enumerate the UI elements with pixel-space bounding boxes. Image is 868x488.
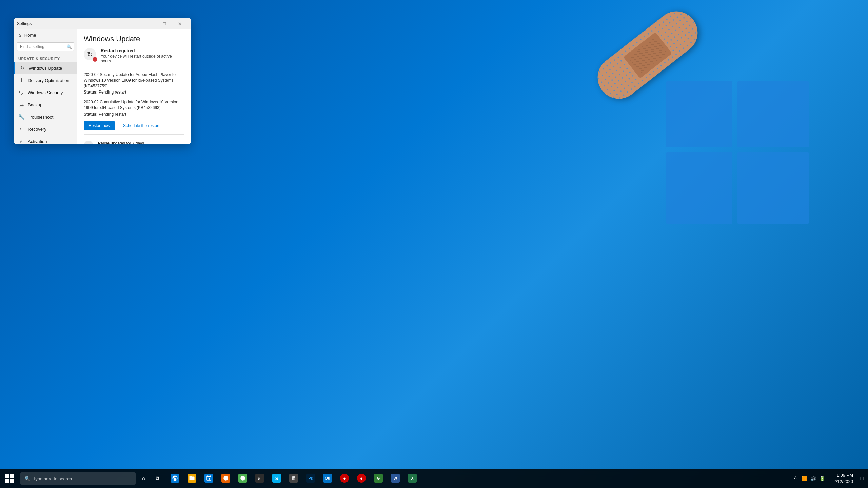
taskbar-app-chrome[interactable]	[235, 470, 251, 487]
restart-required-heading: Restart required	[101, 48, 184, 53]
chrome-icon	[238, 474, 247, 483]
update-2-status-label: Status:	[84, 112, 98, 117]
maximize-button[interactable]: □	[157, 18, 172, 29]
taskbar: 🔍 Type here to search ○ ⧉	[0, 469, 868, 488]
sidebar-item-delivery-optimization[interactable]: ⬇ Delivery Optimization	[14, 74, 77, 86]
svg-point-8	[223, 476, 228, 481]
clock-time: 1:09 PM	[833, 472, 853, 479]
schedule-restart-button[interactable]: Schedule the restart	[118, 121, 164, 130]
update-1-status-label: Status:	[84, 90, 98, 95]
svg-rect-0	[666, 81, 732, 147]
sidebar-item-activation[interactable]: ✓ Activation	[14, 135, 77, 144]
update-item-1: 2020-02 Security Update for Adobe Flash …	[84, 72, 184, 95]
outlook-icon: Ou	[323, 474, 332, 483]
update-item-2: 2020-02 Cumulative Update for Windows 10…	[84, 99, 184, 117]
restart-icon-container: ↻ !	[84, 48, 97, 61]
sidebar-item-label: Recovery	[28, 127, 46, 132]
notification-icon[interactable]: □	[859, 475, 865, 482]
taskbar-app-word[interactable]: W	[387, 470, 403, 487]
sidebar-item-label: Troubleshoot	[28, 115, 53, 120]
taskbar-app-red1[interactable]: ●	[336, 470, 353, 487]
taskbar-app-photoshop[interactable]: Ps	[302, 470, 319, 487]
windows-security-icon: 🛡	[18, 89, 24, 96]
task-view-button[interactable]: ⧉	[151, 472, 164, 485]
restart-banner: ↻ ! Restart required Your device will re…	[84, 48, 184, 63]
desktop: Settings ─ □ ✕ ⌂ Home 🔍 Update & Securit…	[0, 0, 868, 488]
taskbar-apps: $_ S 🖩 Ps	[167, 470, 420, 487]
sidebar-section-label: Update & Security	[14, 54, 77, 62]
sidebar-home[interactable]: ⌂ Home	[14, 29, 77, 41]
divider-2	[84, 134, 184, 135]
taskbar-app-file-explorer[interactable]	[184, 470, 200, 487]
taskbar-app-store[interactable]	[201, 470, 217, 487]
taskbar-app-red2[interactable]: ●	[353, 470, 370, 487]
restart-text: Restart required Your device will restar…	[101, 48, 184, 63]
taskbar-search-bar[interactable]: 🔍 Type here to search	[20, 472, 136, 485]
taskbar-search-icon: 🔍	[24, 476, 30, 481]
store-icon	[204, 474, 213, 483]
settings-body: ⌂ Home 🔍 Update & Security ↻ Windows Upd…	[14, 29, 191, 144]
battery-icon[interactable]: 🔋	[818, 475, 825, 482]
network-icon[interactable]: 📶	[801, 475, 808, 482]
title-bar: Settings ─ □ ✕	[14, 18, 191, 29]
main-content: Windows Update ↻ ! Restart required Your…	[77, 29, 191, 144]
sidebar-search-input[interactable]	[17, 42, 74, 51]
backup-icon: ☁	[18, 102, 24, 108]
word-icon: W	[391, 474, 400, 483]
page-title: Windows Update	[84, 35, 184, 43]
edge-icon	[171, 474, 179, 483]
chevron-up-icon[interactable]: ^	[792, 475, 799, 482]
pause-updates-title: Pause updates for 7 days	[98, 141, 182, 144]
search-icon: 🔍	[66, 44, 72, 49]
windows-update-icon: ↻	[19, 65, 25, 71]
sidebar-item-windows-security[interactable]: 🛡 Windows Security	[14, 86, 77, 99]
taskbar-app-wsl[interactable]: $_	[252, 470, 268, 487]
option-pause-updates[interactable]: ⏸ Pause updates for 7 days Visit Advance…	[84, 138, 184, 144]
taskbar-app-edge[interactable]	[167, 470, 183, 487]
update-2-status-value: Pending restart	[99, 112, 126, 117]
settings-window: Settings ─ □ ✕ ⌂ Home 🔍 Update & Securit…	[14, 18, 191, 144]
divider-1	[84, 68, 184, 68]
sidebar: ⌂ Home 🔍 Update & Security ↻ Windows Upd…	[14, 29, 77, 144]
taskbar-app-firefox[interactable]	[218, 470, 234, 487]
svg-rect-6	[5, 479, 9, 483]
restart-now-button[interactable]: Restart now	[84, 121, 115, 130]
window-controls: ─ □ ✕	[141, 18, 188, 29]
cortana-icon: ○	[142, 475, 146, 482]
taskbar-app-excel[interactable]: X	[404, 470, 420, 487]
recovery-icon: ↩	[18, 126, 24, 132]
minimize-button[interactable]: ─	[141, 18, 157, 29]
green-icon: G	[374, 474, 383, 483]
file-explorer-icon	[188, 474, 196, 483]
close-button[interactable]: ✕	[172, 18, 188, 29]
sidebar-item-recovery[interactable]: ↩ Recovery	[14, 123, 77, 135]
sidebar-item-troubleshoot[interactable]: 🔧 Troubleshoot	[14, 111, 77, 123]
update-1-status-value: Pending restart	[99, 90, 126, 95]
update-2-status: Status: Pending restart	[84, 111, 184, 117]
taskbar-app-outlook[interactable]: Ou	[319, 470, 336, 487]
taskbar-clock[interactable]: 1:09 PM 2/12/2020	[829, 472, 857, 485]
taskbar-app-green[interactable]: G	[370, 470, 387, 487]
svg-rect-5	[10, 474, 14, 478]
sidebar-item-label: Backup	[28, 102, 42, 107]
task-view-icon: ⧉	[156, 475, 159, 482]
sidebar-search-container: 🔍	[17, 42, 74, 51]
sidebar-item-windows-update[interactable]: ↻ Windows Update	[14, 62, 77, 74]
start-button[interactable]	[0, 469, 19, 488]
tray-icons: ^ 📶 🔊 🔋	[789, 475, 828, 482]
troubleshoot-icon: 🔧	[18, 114, 24, 120]
window-title: Settings	[17, 21, 141, 26]
svg-rect-2	[666, 152, 732, 224]
volume-icon[interactable]: 🔊	[810, 475, 816, 482]
update-2-text: 2020-02 Cumulative Update for Windows 10…	[84, 99, 184, 111]
sidebar-item-label: Windows Security	[28, 90, 63, 95]
taskbar-search-text: Type here to search	[33, 476, 72, 481]
sidebar-item-label: Windows Update	[29, 66, 62, 71]
cortana-button[interactable]: ○	[137, 472, 151, 485]
sidebar-item-backup[interactable]: ☁ Backup	[14, 99, 77, 111]
taskbar-app-skype[interactable]: S	[269, 470, 285, 487]
svg-point-9	[240, 476, 245, 481]
system-tray: ^ 📶 🔊 🔋 1:09 PM 2/12/2020 □	[789, 472, 868, 485]
home-icon: ⌂	[18, 33, 21, 38]
taskbar-app-calculator[interactable]: 🖩	[285, 470, 302, 487]
